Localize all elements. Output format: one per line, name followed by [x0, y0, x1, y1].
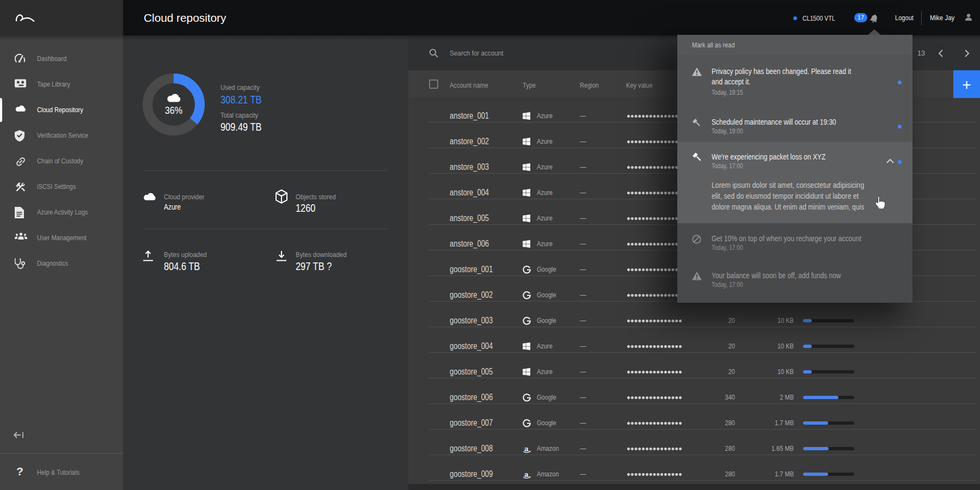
svg-text:a: a: [524, 470, 529, 479]
svg-text:a: a: [524, 445, 529, 453]
